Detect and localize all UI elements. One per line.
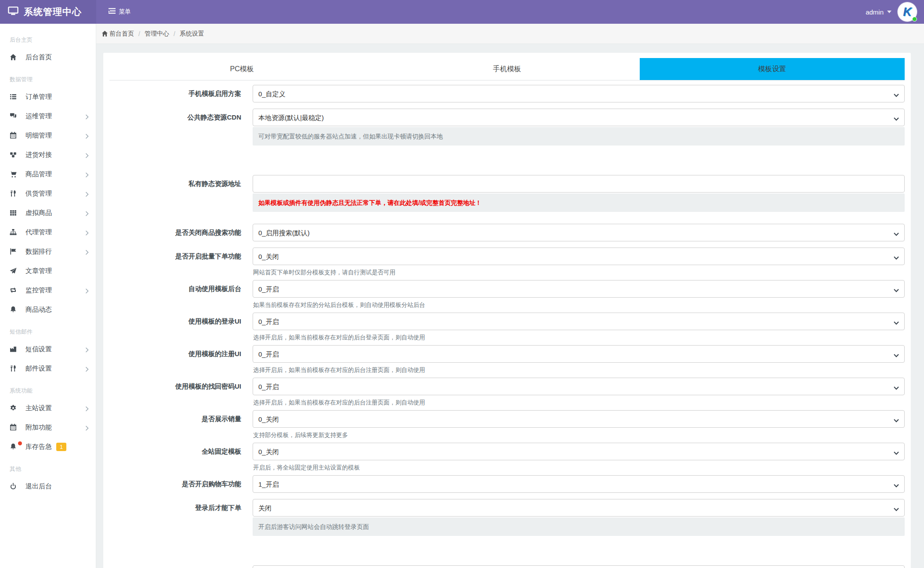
field-label-shopping-cart: 是否开启购物车功能 [109,475,241,493]
sidebar-item-label: 主站设置 [25,404,52,412]
shopping-cart-select[interactable]: 1_开启 [253,475,905,493]
sidebar-item-details[interactable]: 明细管理 [0,126,96,145]
field-label-template-register-ui: 使用模板的注册UI [109,345,241,374]
breadcrumb-item[interactable]: 系统设置 [180,30,204,38]
sidebar-item-dashboard[interactable]: 后台首页 [0,47,96,67]
sidebar-item-supply[interactable]: 供货管理 [0,184,96,203]
field-label-batch-order: 是否开启批量下单功能 [109,248,241,277]
sidebar: 后台主页后台首页数据管理订单管理运维管理明细管理进货对接商品管理供货管理虚拟商品… [0,24,96,568]
sidebar-item-articles[interactable]: 文章管理 [0,261,96,280]
public-static-cdn-select[interactable]: 本地资源(默认|最稳定) [253,109,905,126]
industry-icon [10,346,19,353]
breadcrumb-label: 系统设置 [180,30,204,38]
sidebar-section-label: 短信邮件 [0,323,96,339]
login-to-order-select[interactable]: 关闭 [253,499,905,517]
field-label-login-to-order: 登录后才能下单 [109,499,241,536]
admin-dropdown[interactable]: admin [866,8,891,16]
sidebar-item-ranking[interactable]: 数据排行 [0,242,96,261]
form-row-partial-bottom [109,565,905,568]
sidebar-item-sms[interactable]: 短信设置 [0,339,96,359]
field-help-template-login-ui: 选择开启后，如果当前模板存在对应的后台登录页面，则自动使用 [253,334,905,342]
power-icon [10,483,19,490]
sidebar-item-label: 监控管理 [25,286,52,295]
sidebar-section-label: 数据管理 [0,70,96,87]
sidebar-item-site[interactable]: 主站设置 [0,398,96,418]
field-label-private-static-url: 私有静态资源地址 [109,175,241,212]
app-title: 系统管理中心 [24,6,82,18]
breadcrumb-item[interactable]: 管理中心 [145,30,169,38]
field-help-batch-order: 网站首页下单时仅部分模板支持，请自行测试是否可用 [253,269,905,277]
sidebar-item-activity[interactable]: 商品动态 [0,300,96,319]
mobile-template-plan-select[interactable]: 0_自定义 [253,85,905,102]
sidebar-item-label: 订单管理 [25,93,52,101]
form-row-show-sales: 是否展示销量0_关闭支持部分模板，后续将更新支持更多 [109,410,905,439]
template-findpwd-ui-select[interactable]: 0_开启 [253,378,905,395]
sidebar-item-label: 库存告急 [25,443,52,451]
field-control: 0_关闭支持部分模板，后续将更新支持更多 [253,410,905,439]
partial-bottom-select[interactable] [253,565,905,568]
tab-template-settings[interactable]: 模板设置 [640,58,905,80]
sidebar-item-addons[interactable]: 附加功能 [0,418,96,437]
chevron-right-icon [85,346,89,354]
sidebar-item-monitor[interactable]: 监控管理 [0,280,96,300]
tab-pc-template[interactable]: PC模板 [109,58,374,80]
chevron-right-icon [85,229,89,237]
field-help-template-findpwd-ui: 选择开启后，如果当前模板存在对应的后台注册页面，则自动使用 [253,399,905,407]
chevron-right-icon [85,191,89,199]
sidebar-item-label: 商品管理 [25,170,52,178]
menu-toggle-button[interactable]: 菜单 [109,8,131,16]
field-control: 本地资源(默认|最稳定)可对带宽配置较低的服务器站点加速，但如果出现卡顿请切换回… [253,109,905,146]
field-help-auto-template-admin: 如果当前模板存在对应的分站后台模板，则自动使用模板分站后台 [253,301,905,309]
form-row-template-login-ui: 使用模板的登录UI0_开启选择开启后，如果当前模板存在对应的后台登录页面，则自动… [109,313,905,342]
breadcrumb-item[interactable]: 前台首页 [101,30,134,38]
settings-form: 手机模板启用方案0_自定义公共静态资源CDN本地资源(默认|最稳定)可对带宽配置… [109,85,905,568]
close-search-select[interactable]: 0_启用搜索(默认) [253,224,905,241]
sidebar-item-label: 后台首页 [25,53,52,62]
sidebar-item-label: 供货管理 [25,189,52,198]
flag-icon [10,248,19,255]
sidebar-item-ops[interactable]: 运维管理 [0,106,96,126]
cutlery-icon [10,365,19,372]
auto-template-admin-select[interactable]: 0_开启 [253,280,905,298]
sidebar-section-label: 后台主页 [0,31,96,47]
form-row-public-static-cdn: 公共静态资源CDN本地资源(默认|最稳定)可对带宽配置较低的服务器站点加速，但如… [109,109,905,146]
sidebar-item-agents[interactable]: 代理管理 [0,222,96,242]
breadcrumb-separator: / [174,30,175,37]
field-control: 如果模板或插件有使用伪静态且无法正常下单，请在此处填/或完整首页完整地址！ [253,175,905,212]
form-row-close-search: 是否关闭商品搜索功能0_启用搜索(默认) [109,224,905,241]
field-label-show-sales: 是否展示销量 [109,410,241,439]
sidebar-item-purchase[interactable]: 进货对接 [0,145,96,164]
field-control: 0_启用搜索(默认) [253,224,905,241]
chevron-right-icon [85,249,89,257]
show-sales-select[interactable]: 0_关闭 [253,410,905,428]
chevron-right-icon [85,210,89,218]
sidebar-section-label: 其他 [0,460,96,477]
tab-mobile-template[interactable]: 手机模板 [374,58,639,80]
form-row-fixed-template: 全站固定模板0_关闭开启后，将全站固定使用主站设置的模板 [109,443,905,472]
template-register-ui-select[interactable]: 0_开启 [253,345,905,363]
sidebar-item-orders[interactable]: 订单管理 [0,87,96,106]
chevron-right-icon [85,152,89,160]
avatar[interactable]: K [898,2,917,22]
brand-logo-k: K [903,5,912,19]
template-login-ui-select[interactable]: 0_开启 [253,313,905,330]
batch-order-select[interactable]: 0_关闭 [253,248,905,265]
field-control: 0_关闭网站首页下单时仅部分模板支持，请自行测试是否可用 [253,248,905,277]
comments-icon [10,113,19,120]
sidebar-item-mail[interactable]: 邮件设置 [0,359,96,378]
chevron-right-icon [85,288,89,295]
sidebar-item-goods[interactable]: 商品管理 [0,164,96,184]
form-row-mobile-template-plan: 手机模板启用方案0_自定义 [109,85,905,102]
sidebar-item-virtual[interactable]: 虚拟商品 [0,203,96,222]
sidebar-item-stock[interactable]: 库存告急1 [0,437,96,456]
fixed-template-select[interactable]: 0_关闭 [253,443,905,460]
form-row-private-static-url: 私有静态资源地址如果模板或插件有使用伪静态且无法正常下单，请在此处填/或完整首页… [109,175,905,212]
form-row-template-register-ui: 使用模板的注册UI0_开启选择开启后，如果当前模板存在对应的后台注册页面，则自动… [109,345,905,374]
form-row-batch-order: 是否开启批量下单功能0_关闭网站首页下单时仅部分模板支持，请自行测试是否可用 [109,248,905,277]
field-help-show-sales: 支持部分模板，后续将更新支持更多 [253,431,905,439]
field-control: 1_开启 [253,475,905,493]
sidebar-item-logout[interactable]: 退出后台 [0,477,96,496]
online-status-dot [912,17,917,22]
sidebar-item-label: 邮件设置 [25,364,52,373]
private-static-url-input[interactable] [253,175,905,193]
